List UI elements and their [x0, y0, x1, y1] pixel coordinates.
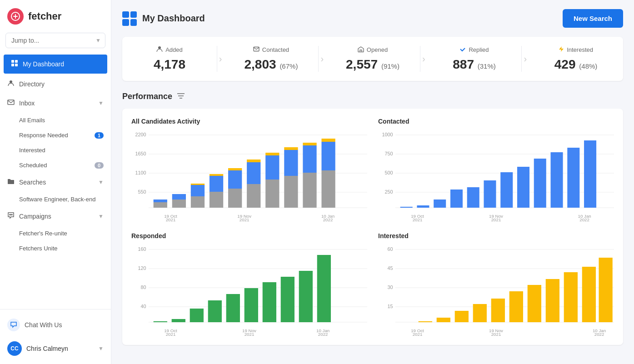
svg-rect-33 — [210, 176, 223, 192]
sidebar-item-campaigns[interactable]: Campaigns ▼ — [0, 207, 111, 226]
svg-rect-45 — [284, 150, 298, 176]
folder-icon — [7, 178, 15, 187]
svg-rect-69 — [417, 205, 429, 208]
sidebar-item-directory[interactable]: Directory — [0, 75, 111, 94]
svg-rect-31 — [191, 184, 205, 185]
sidebar-label-searches: Searches — [19, 179, 46, 186]
sidebar-label-fetchers-unite: Fetchers Unite — [19, 245, 58, 252]
sidebar-item-my-dashboard[interactable]: My Dashboard — [4, 55, 107, 74]
svg-text:2022: 2022 — [318, 332, 328, 336]
responded-svg: 160 120 80 40 — [131, 245, 367, 336]
grid-icon — [11, 60, 18, 69]
svg-rect-40 — [247, 160, 260, 162]
sidebar-label-inbox: Inbox — [19, 100, 35, 107]
performance-title: Performance — [122, 92, 172, 101]
dashboard-grid-icon — [122, 11, 137, 26]
sidebar-item-interested[interactable]: Interested — [0, 143, 111, 158]
sidebar-item-inbox[interactable]: Inbox ▼ — [0, 94, 111, 113]
user-profile-item[interactable]: CC Chris Calmeyn ▼ — [0, 337, 111, 360]
svg-text:2021: 2021 — [413, 218, 423, 221]
svg-rect-98 — [208, 300, 222, 322]
logo-icon — [7, 8, 24, 25]
svg-rect-29 — [191, 196, 205, 208]
jump-to-select[interactable]: Jump to... — [5, 33, 105, 48]
svg-text:120: 120 — [138, 266, 146, 271]
arrow-1: › — [217, 54, 224, 64]
lightning-stat-icon — [559, 46, 564, 54]
filter-icon[interactable] — [177, 93, 185, 101]
stat-added-value: 4,178 — [131, 57, 208, 72]
jump-to-container: Jump to... ▼ — [0, 33, 111, 54]
svg-rect-1 — [11, 60, 14, 63]
new-search-button[interactable]: New Search — [563, 9, 623, 28]
sidebar-item-fetchers-re-unite[interactable]: Fetcher's Re-unite — [0, 226, 111, 241]
svg-rect-49 — [303, 143, 316, 145]
sidebar-item-scheduled[interactable]: Scheduled 0 — [0, 158, 111, 173]
stat-interested-value: 429 (48%) — [538, 57, 614, 72]
chevron-campaigns: ▼ — [98, 213, 104, 219]
stat-contacted-value: 2,803 (67%) — [233, 57, 310, 72]
svg-rect-35 — [228, 189, 242, 208]
mail-icon — [7, 99, 15, 108]
svg-rect-4 — [15, 64, 18, 66]
svg-text:500: 500 — [384, 170, 393, 175]
svg-rect-6 — [8, 100, 14, 105]
svg-rect-37 — [228, 168, 242, 170]
svg-text:2022: 2022 — [594, 332, 604, 336]
stat-contacted: Contacted 2,803 (67%) — [224, 46, 319, 72]
svg-rect-47 — [303, 173, 316, 208]
svg-rect-52 — [321, 139, 335, 142]
svg-text:2200: 2200 — [135, 132, 146, 137]
chat-icon — [7, 212, 15, 221]
svg-text:160: 160 — [138, 247, 146, 252]
svg-rect-103 — [299, 271, 313, 322]
chevron-inbox: ▼ — [98, 100, 104, 106]
sidebar: fetcher Jump to... ▼ My Dashboard — [0, 0, 111, 364]
sidebar-item-all-emails[interactable]: All Emails — [0, 113, 111, 128]
logo-text: fetcher — [28, 10, 61, 22]
svg-rect-125 — [491, 299, 505, 322]
scheduled-badge: 0 — [95, 162, 104, 169]
chat-with-us-item[interactable]: Chat With Us — [0, 313, 111, 337]
svg-rect-95 — [154, 321, 167, 322]
svg-rect-28 — [172, 194, 186, 199]
chat-bubble-icon — [7, 319, 20, 331]
svg-text:750: 750 — [384, 151, 393, 156]
svg-rect-123 — [455, 311, 469, 322]
chart-responded: Responded 160 120 80 40 — [131, 232, 367, 336]
arrow-2: › — [319, 54, 325, 64]
svg-rect-42 — [265, 155, 279, 180]
svg-rect-27 — [172, 199, 186, 208]
sidebar-item-response-needed[interactable]: Response Needed 1 — [0, 128, 111, 143]
sidebar-item-software-engineer[interactable]: Software Engineer, Back-end — [0, 192, 111, 207]
svg-rect-2 — [15, 60, 18, 63]
svg-text:2021: 2021 — [413, 332, 423, 336]
svg-rect-79 — [584, 140, 596, 208]
sidebar-item-searches[interactable]: Searches ▼ — [0, 173, 111, 192]
svg-rect-72 — [467, 187, 479, 208]
sidebar-nav: My Dashboard Directory Inbox ▼ — [0, 54, 111, 309]
stats-bar: Added 4,178 › Contacted 2,803 (67%) › — [122, 37, 623, 81]
sidebar-item-fetchers-unite[interactable]: Fetchers Unite — [0, 241, 111, 256]
svg-rect-43 — [265, 153, 279, 155]
svg-rect-32 — [210, 192, 223, 208]
chart-interested: Interested 60 45 30 15 — [378, 232, 614, 336]
charts-container: All Candidates Activity 2200 1650 1100 5… — [122, 109, 623, 345]
svg-rect-73 — [484, 180, 496, 208]
svg-rect-26 — [154, 199, 167, 202]
svg-rect-99 — [226, 294, 240, 322]
svg-rect-41 — [265, 180, 279, 208]
svg-text:2021: 2021 — [245, 332, 255, 336]
svg-point-9 — [12, 214, 13, 215]
svg-rect-25 — [154, 202, 167, 208]
svg-rect-75 — [517, 167, 529, 208]
user-name: Chris Calmeyn — [26, 345, 68, 352]
sidebar-label-scheduled: Scheduled — [19, 162, 95, 169]
check-stat-icon — [459, 46, 466, 54]
svg-rect-68 — [400, 207, 413, 208]
svg-text:1100: 1100 — [135, 170, 146, 175]
person-stat-icon — [156, 46, 163, 54]
stat-replied-value: 887 (31%) — [436, 57, 513, 72]
svg-text:550: 550 — [138, 189, 146, 194]
svg-text:2021: 2021 — [240, 218, 250, 221]
